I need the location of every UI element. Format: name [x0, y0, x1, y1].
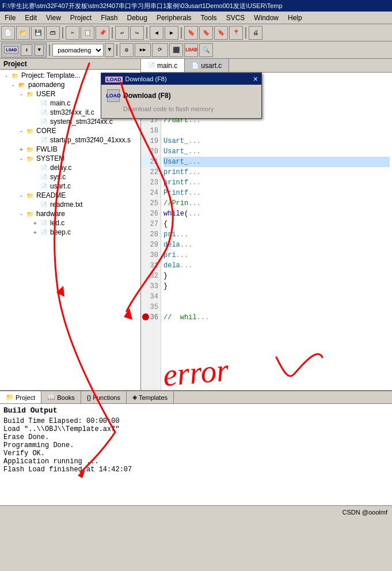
- file-system-icon: 📄: [39, 118, 48, 126]
- status-text: CSDN @ooolmf: [342, 509, 387, 516]
- folder-hardware-icon: 📁: [25, 210, 35, 218]
- file-usartc-icon: 📄: [39, 182, 48, 190]
- tree-core[interactable]: - 📁 CORE: [1, 126, 139, 135]
- redo-btn[interactable]: ↪: [130, 26, 144, 40]
- fwd-btn[interactable]: ▶: [165, 26, 178, 40]
- bm3-btn[interactable]: 🔖: [214, 26, 228, 40]
- save-all-btn[interactable]: 🗃: [46, 26, 60, 40]
- build-line-4: Verify OK.: [3, 449, 389, 457]
- tree-startup[interactable]: 📄 startup_stm32f40_41xxx.s: [1, 135, 139, 145]
- file-readmetxt-icon: 📄: [39, 201, 48, 209]
- project-panel-header: Project: [0, 59, 140, 70]
- expand-ledc[interactable]: +: [31, 220, 39, 226]
- load-toolbar-area: LOAD ⬇ ▼: [1, 43, 47, 58]
- download-menu-label: Download (F8): [123, 92, 171, 100]
- tree-readme-folder[interactable]: - 📁 README: [1, 191, 139, 200]
- expand-fwlib[interactable]: +: [17, 146, 25, 153]
- download-popup-content: LOAD Download (F8) Download code to flas…: [101, 85, 261, 118]
- menu-item-project[interactable]: Project: [66, 13, 96, 23]
- tree-beepc[interactable]: + 📄 beep.c: [1, 228, 139, 237]
- tree-ledc[interactable]: + 📄 led.c: [1, 218, 139, 228]
- bottom-tab-books[interactable]: 📖 Books: [41, 391, 81, 403]
- menu-item-debug[interactable]: Debug: [123, 13, 152, 23]
- expand-sys-folder[interactable]: -: [17, 156, 25, 162]
- window-title: F:\学生比赛\stm32F407开发板\stm32f407串口学习用串口1案例…: [2, 2, 283, 10]
- templates-tab-label: Templates: [139, 394, 168, 401]
- flash-btn[interactable]: LOAD: [184, 43, 198, 57]
- debug-btn[interactable]: 🔍: [199, 43, 213, 57]
- code-line-36: // whil...: [163, 312, 390, 323]
- functions-tab-icon: {}: [87, 394, 91, 401]
- label-system: system_stm32f4xx.c: [50, 118, 113, 126]
- menu-item-svcs[interactable]: SVCS: [222, 13, 250, 23]
- menu-item-edit[interactable]: Edit: [20, 13, 41, 23]
- menu-item-view[interactable]: View: [41, 13, 66, 23]
- linenum-28: 28: [141, 229, 161, 240]
- download-menu-icon: LOAD: [107, 89, 120, 102]
- menu-item-file[interactable]: File: [0, 13, 20, 23]
- expand-user[interactable]: -: [17, 91, 25, 97]
- rebuild-btn[interactable]: ⟳: [152, 43, 168, 57]
- expand-core[interactable]: -: [17, 128, 25, 134]
- menu-item-flash[interactable]: Flash: [96, 13, 122, 23]
- project-label: Project: [3, 60, 27, 68]
- expand-hardware[interactable]: -: [17, 211, 25, 217]
- label-delayc: delay.c: [50, 164, 71, 172]
- build-output-title: Build Output: [3, 406, 389, 415]
- bottom-tab-templates[interactable]: ◈ Templates: [127, 391, 174, 403]
- target-select[interactable]: paomadeng: [52, 44, 104, 56]
- bottom-tab-functions[interactable]: {} Functions: [81, 391, 127, 403]
- dropdown-arrow[interactable]: ▼: [35, 44, 44, 56]
- back-btn[interactable]: ◀: [150, 26, 163, 40]
- tree-fwlib[interactable]: + 📁 FWLIB: [1, 145, 139, 154]
- folder-system-icon: 📁: [25, 154, 35, 162]
- label-usartc: usart.c: [50, 182, 71, 190]
- linenum-34: 34: [141, 292, 161, 302]
- print-btn[interactable]: 🖨: [249, 26, 262, 40]
- manage-btn[interactable]: ⚙: [120, 43, 134, 57]
- target-dropdown-btn[interactable]: ▼: [105, 43, 114, 57]
- expand-paomadeng[interactable]: -: [9, 82, 17, 88]
- stop-btn[interactable]: ⬛: [169, 43, 183, 57]
- close-icon[interactable]: ×: [253, 74, 258, 84]
- code-lines[interactable]: Delay_... LED_Ir... BEEP_I... uart1_... …: [161, 73, 392, 390]
- menu-item-tools[interactable]: Tools: [196, 13, 222, 23]
- build-line-5: Application running ...: [3, 457, 389, 466]
- expand-readmetxt: [31, 202, 39, 208]
- new-btn[interactable]: 📄: [1, 26, 15, 40]
- editor-tabs: 📄 main.c 📄 usart.c: [141, 59, 392, 73]
- sep6: [49, 44, 50, 56]
- tab-mainc-icon: 📄: [148, 62, 155, 69]
- expand-readme-folder[interactable]: -: [17, 192, 25, 199]
- tab-usartc[interactable]: 📄 usart.c: [185, 59, 229, 72]
- download-menu-item[interactable]: LOAD Download (F8): [106, 87, 257, 104]
- cut-btn[interactable]: ✂: [66, 26, 79, 40]
- code-line-26: while(...: [163, 209, 390, 219]
- tree-usartc[interactable]: 📄 usart.c: [1, 181, 139, 191]
- menu-item-window[interactable]: Window: [249, 13, 283, 23]
- tree-readmetxt[interactable]: 📄 readme.txt: [1, 200, 139, 209]
- expand-root[interactable]: -: [2, 73, 10, 79]
- expand-beepc[interactable]: +: [31, 229, 39, 236]
- save-btn[interactable]: 💾: [31, 26, 45, 40]
- menu-item-help[interactable]: Help: [283, 13, 307, 23]
- bm1-btn[interactable]: 🔖: [184, 26, 198, 40]
- paste-btn[interactable]: 📌: [96, 26, 109, 40]
- bm2-btn[interactable]: 🔖: [199, 26, 213, 40]
- sep2: [112, 27, 113, 39]
- root-label: Project: Template...: [21, 71, 81, 80]
- tree-sysc[interactable]: 📄 sys.c: [1, 172, 139, 181]
- label-core: CORE: [36, 127, 56, 135]
- open-btn[interactable]: 📂: [16, 26, 30, 40]
- undo-btn[interactable]: ↩: [115, 26, 129, 40]
- download-btn[interactable]: ⬇: [21, 44, 32, 56]
- tree-sys-folder[interactable]: - 📁 SYSTEM: [1, 154, 139, 163]
- bottom-tab-project[interactable]: 📁 Project: [0, 391, 41, 403]
- build-btn[interactable]: ▶▶: [135, 43, 151, 57]
- bm4-btn[interactable]: 📍: [229, 26, 243, 40]
- tree-delayc[interactable]: 📄 delay.c: [1, 163, 139, 172]
- tree-hardware[interactable]: - 📁 hardware: [1, 209, 139, 218]
- tab-mainc[interactable]: 📄 main.c: [141, 59, 185, 72]
- menu-item-peripherals[interactable]: Peripherals: [152, 13, 196, 23]
- copy-btn[interactable]: 📋: [81, 26, 94, 40]
